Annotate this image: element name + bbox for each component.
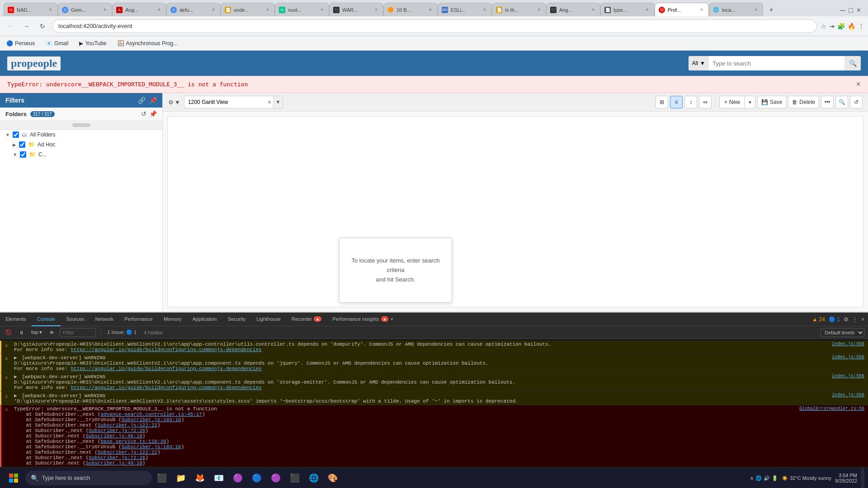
error-link-8[interactable]: Subscriber.js:122:22 bbox=[98, 450, 157, 455]
tab-close-angi[interactable]: × bbox=[590, 7, 596, 13]
devtools-tab-memory[interactable]: Memory bbox=[158, 313, 187, 326]
taskbar-file-explorer-button[interactable]: 📁 bbox=[173, 470, 189, 486]
taskbar-outlook-button[interactable]: 📧 bbox=[211, 470, 227, 486]
console-file-warning2[interactable]: index.js:556 bbox=[832, 355, 864, 360]
devtools-eye-button[interactable]: 👁 bbox=[47, 329, 56, 336]
error-link-6[interactable]: base.service.ts:118:20 bbox=[100, 439, 166, 444]
filter-pin-icon[interactable]: 📌 bbox=[149, 97, 157, 104]
group-button[interactable]: ⇔ bbox=[699, 96, 712, 108]
devtools-tab-network[interactable]: Network bbox=[90, 313, 119, 326]
devtools-tab-sources[interactable]: Sources bbox=[61, 313, 90, 326]
tab-defu[interactable]: G defu... × bbox=[166, 3, 221, 16]
devtools-tab-lighthouse[interactable]: Lighthouse bbox=[251, 313, 286, 326]
devtools-top-dropdown[interactable]: top ▾ bbox=[29, 328, 44, 336]
search-dropdown[interactable]: All ▼ bbox=[689, 56, 709, 70]
minimize-button[interactable]: ─ bbox=[840, 6, 845, 14]
refresh-button[interactable]: ↻ bbox=[36, 20, 49, 33]
tab-close-war[interactable]: × bbox=[373, 7, 379, 13]
error-close-button[interactable]: × bbox=[856, 80, 861, 89]
console-link-warning1[interactable]: https://angular.io/guide/build#configuri… bbox=[71, 347, 261, 352]
taskbar-firefox-button[interactable]: 🦊 bbox=[192, 470, 208, 486]
devtools-tab-elements[interactable]: Elements bbox=[0, 313, 32, 326]
devtools-tab-perf-insights[interactable]: Performance insights ▲ × bbox=[327, 313, 399, 326]
devtools-tab-application[interactable]: Application bbox=[187, 313, 222, 326]
gantt-view-selector[interactable]: × ▼ bbox=[184, 96, 283, 108]
refresh-gantt-button[interactable]: ↺ bbox=[850, 96, 863, 108]
taskbar-task-view-button[interactable]: ⬛ bbox=[154, 470, 170, 486]
folder-scroll[interactable]: ▼ 🗂 All Folders ▶ 📁 Ad Hoc ▼ 📁 bbox=[0, 130, 162, 312]
search-input[interactable] bbox=[709, 56, 844, 70]
extensions-icon[interactable]: 🧩 bbox=[837, 23, 845, 30]
devtools-settings-icon[interactable]: ⚙ bbox=[844, 316, 849, 323]
taskbar-paint-button[interactable]: 🎨 bbox=[325, 470, 341, 486]
tab-close-nad[interactable]: × bbox=[47, 7, 54, 13]
error-link-10[interactable]: Subscriber.js:49:18 bbox=[85, 460, 142, 466]
console-file-warning4[interactable]: index.js:556 bbox=[832, 393, 864, 398]
tab-close-10b[interactable]: × bbox=[427, 7, 434, 13]
console-file-warning1[interactable]: index.js:556 bbox=[832, 342, 864, 347]
list-view-button[interactable]: ≡ bbox=[670, 96, 683, 108]
console-file-warning3[interactable]: index.js:556 bbox=[832, 374, 864, 379]
taskbar-search-box[interactable]: 🔍 Type here to search bbox=[25, 471, 152, 485]
search-button[interactable]: 🔍 bbox=[844, 56, 861, 70]
tab-close-unde[interactable]: × bbox=[264, 7, 271, 13]
back-button[interactable]: ← bbox=[4, 20, 16, 33]
error-link-4[interactable]: Subscriber.js:72:26 bbox=[89, 428, 145, 433]
gantt-view-clear-icon[interactable]: × bbox=[266, 99, 273, 106]
new-tab-button[interactable]: + bbox=[765, 4, 778, 16]
tray-up-arrow-icon[interactable]: ∧ bbox=[750, 475, 754, 481]
console-file-error1[interactable]: GlobalErrorHandler.ts:50 bbox=[799, 406, 864, 411]
tab-close-isth[interactable]: × bbox=[536, 7, 542, 13]
tab-close-type[interactable]: × bbox=[644, 7, 651, 13]
warning4-expand-icon[interactable]: ▶ bbox=[14, 393, 17, 399]
close-window-button[interactable]: × bbox=[857, 6, 861, 14]
taskbar-terminal-button[interactable]: ⬛ bbox=[287, 470, 303, 486]
forward-button[interactable]: → bbox=[20, 20, 33, 33]
tab-nuxt[interactable]: N nuxt... × bbox=[275, 3, 329, 16]
error-link-7[interactable]: Subscriber.js:183:16 bbox=[122, 444, 181, 450]
console-link-warning3[interactable]: https://angular.io/guide/build#configuri… bbox=[71, 385, 261, 390]
tab-type[interactable]: 📄 type... × bbox=[600, 3, 655, 16]
tab-close-gem[interactable]: × bbox=[102, 7, 108, 13]
error-link-1[interactable]: advance-search.controller.ts:45:17 bbox=[100, 412, 202, 417]
taskbar-vs-button[interactable]: 🟣 bbox=[268, 470, 284, 486]
devtools-pause-button[interactable]: ⏸ bbox=[17, 329, 26, 336]
folder-item-all-folders[interactable]: ▼ 🗂 All Folders bbox=[0, 130, 162, 140]
console-link-warning2[interactable]: https://angular.io/guide/build#configuri… bbox=[71, 366, 261, 371]
devtools-filter-input[interactable] bbox=[60, 328, 96, 337]
folder-checkbox-all[interactable] bbox=[13, 131, 19, 138]
taskbar-vscode-button[interactable]: 🔵 bbox=[249, 470, 265, 486]
tab-prof[interactable]: 🔴 Prof... × bbox=[655, 3, 709, 16]
more-options-button[interactable]: ••• bbox=[821, 96, 834, 108]
bookmark-gmail[interactable]: 📧 Gmail bbox=[43, 39, 71, 47]
system-clock[interactable]: 3:54 PM 9/29/2022 bbox=[835, 473, 857, 483]
save-button[interactable]: 💾 Save bbox=[757, 96, 786, 108]
gantt-view-arrow-icon[interactable]: ▼ bbox=[273, 96, 283, 108]
bookmark-youtube[interactable]: ▶ YouTube bbox=[76, 39, 109, 47]
error-link-2[interactable]: Subscriber.js:183:16 bbox=[122, 417, 181, 422]
devtools-tab-recorder[interactable]: Recorder ▲ bbox=[286, 313, 327, 326]
taskbar-start-button[interactable] bbox=[4, 468, 24, 488]
taskbar-chrome-button[interactable]: 🌐 bbox=[306, 470, 322, 486]
taskbar-teams-button[interactable]: 🟣 bbox=[230, 470, 246, 486]
grid-view-button[interactable]: ⊞ bbox=[656, 96, 668, 108]
bookmark-async[interactable]: 🪟 Asynchronous Prog... bbox=[115, 39, 181, 47]
error-link-9[interactable]: Subscriber.js:72:26 bbox=[89, 455, 145, 460]
profile-icon[interactable]: 🔥 bbox=[848, 23, 855, 30]
tab-loca[interactable]: 🌐 loca... × bbox=[709, 3, 763, 16]
warning2-expand-icon[interactable]: ▶ bbox=[14, 355, 17, 361]
tab-close-esli[interactable]: × bbox=[481, 7, 488, 13]
tab-nad[interactable]: N NAD... × bbox=[4, 3, 58, 16]
maximize-button[interactable]: □ bbox=[849, 6, 853, 14]
new-button-dropdown[interactable]: ▼ bbox=[745, 96, 755, 108]
tab-war[interactable]: ⬛ WAR... × bbox=[329, 3, 383, 16]
folders-refresh-icon[interactable]: ↺ bbox=[141, 110, 146, 117]
delete-button[interactable]: 🗑 Delete bbox=[788, 96, 819, 108]
tab-isth[interactable]: 📄 Is th... × bbox=[492, 3, 546, 16]
warning3-expand-icon[interactable]: ▶ bbox=[14, 374, 17, 380]
tab-10b[interactable]: 🟠 10 B... × bbox=[383, 3, 438, 16]
tab-gem[interactable]: G Gem... × bbox=[58, 3, 112, 16]
gantt-view-input[interactable] bbox=[184, 99, 266, 105]
folder-item-adhoc[interactable]: ▶ 📁 Ad Hoc bbox=[0, 140, 162, 150]
devtools-level-selector[interactable]: Default levels Verbose Info Warnings Err… bbox=[821, 328, 864, 337]
